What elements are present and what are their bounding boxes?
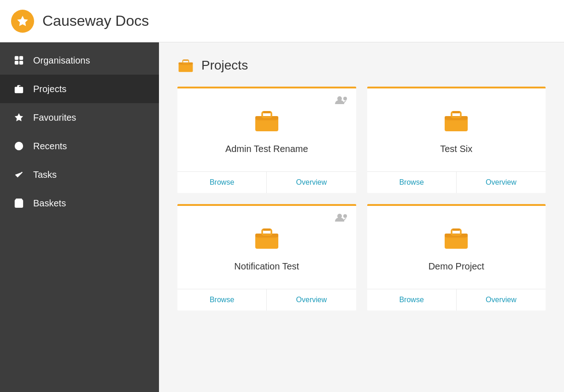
svg-rect-10	[180, 64, 192, 65]
project-card-footer: Browse Overview	[367, 171, 546, 193]
project-card-body: Test Six	[367, 88, 546, 171]
project-briefcase-icon	[253, 108, 281, 135]
project-browse-button[interactable]: Browse	[177, 172, 267, 193]
project-users-icon	[335, 212, 350, 222]
projects-grid: Admin Test Rename Browse Overview	[177, 87, 546, 310]
project-card-footer: Browse Overview	[367, 289, 546, 310]
clock-icon	[13, 140, 25, 152]
project-card-footer: Browse Overview	[177, 289, 356, 310]
main-layout: Organisations Projects Favourites	[0, 42, 564, 392]
project-briefcase-icon	[253, 225, 281, 253]
sidebar-item-recents[interactable]: Recents	[0, 132, 159, 160]
sidebar-label-recents: Recents	[33, 141, 67, 152]
star-logo-icon	[16, 15, 29, 28]
grid-icon	[13, 54, 25, 66]
svg-rect-3	[20, 61, 23, 64]
briefcase-nav-icon	[13, 83, 25, 95]
main-content: Projects	[159, 42, 564, 392]
project-overview-button[interactable]: Overview	[457, 289, 546, 310]
svg-rect-16	[263, 111, 270, 113]
sidebar-item-projects[interactable]: Projects	[0, 75, 159, 103]
svg-rect-2	[15, 61, 18, 64]
page-header: Projects	[177, 57, 546, 74]
svg-rect-28	[263, 228, 270, 231]
sidebar-item-baskets[interactable]: Baskets	[0, 189, 159, 217]
project-card-notification-test: Notification Test Browse Overview	[177, 204, 356, 310]
sidebar: Organisations Projects Favourites	[0, 42, 159, 392]
project-card-test-six: Test Six Browse Overview	[367, 87, 546, 193]
project-card-demo-project: Demo Project Browse Overview	[367, 204, 546, 310]
sidebar-label-organisations: Organisations	[33, 55, 90, 66]
project-briefcase-icon	[442, 225, 470, 253]
sidebar-label-favourites: Favourites	[33, 112, 76, 123]
page-title: Projects	[201, 58, 248, 73]
svg-rect-22	[446, 119, 466, 121]
project-name: Test Six	[440, 144, 472, 154]
project-name: Demo Project	[429, 261, 484, 272]
sidebar-item-organisations[interactable]: Organisations	[0, 46, 159, 75]
project-overview-button[interactable]: Overview	[267, 289, 356, 310]
sidebar-label-tasks: Tasks	[33, 170, 57, 180]
project-overview-button[interactable]: Overview	[457, 172, 546, 193]
project-card-admin-test-rename: Admin Test Rename Browse Overview	[177, 87, 356, 193]
project-card-body: Demo Project	[367, 206, 546, 289]
svg-rect-0	[15, 57, 18, 59]
app-logo	[11, 10, 34, 33]
project-card-body: Notification Test	[177, 206, 356, 289]
svg-rect-1	[20, 57, 23, 59]
sidebar-item-tasks[interactable]: Tasks	[0, 160, 159, 189]
svg-point-24	[343, 214, 347, 218]
svg-rect-21	[452, 111, 460, 113]
project-users-icon	[335, 95, 350, 105]
svg-rect-34	[446, 236, 466, 238]
svg-point-12	[343, 97, 347, 100]
svg-rect-9	[183, 59, 188, 61]
sidebar-item-favourites[interactable]: Favourites	[0, 103, 159, 132]
app-title: Causeway Docs	[42, 12, 149, 29]
project-card-body: Admin Test Rename	[177, 88, 356, 171]
sidebar-label-baskets: Baskets	[33, 198, 66, 209]
check-icon	[13, 169, 25, 181]
project-name: Notification Test	[234, 261, 299, 272]
projects-page-icon	[177, 57, 194, 74]
project-browse-button[interactable]: Browse	[177, 289, 267, 310]
star-nav-icon	[13, 111, 25, 123]
svg-rect-33	[452, 228, 460, 231]
svg-rect-29	[257, 236, 276, 238]
svg-rect-17	[257, 119, 276, 121]
project-browse-button[interactable]: Browse	[367, 172, 457, 193]
project-card-footer: Browse Overview	[177, 171, 356, 193]
project-overview-button[interactable]: Overview	[267, 172, 356, 193]
sidebar-label-projects: Projects	[33, 84, 66, 94]
project-browse-button[interactable]: Browse	[367, 289, 457, 310]
basket-icon	[13, 197, 25, 209]
project-name: Admin Test Rename	[225, 144, 308, 154]
app-header: Causeway Docs	[0, 0, 564, 42]
project-briefcase-icon	[442, 108, 470, 135]
